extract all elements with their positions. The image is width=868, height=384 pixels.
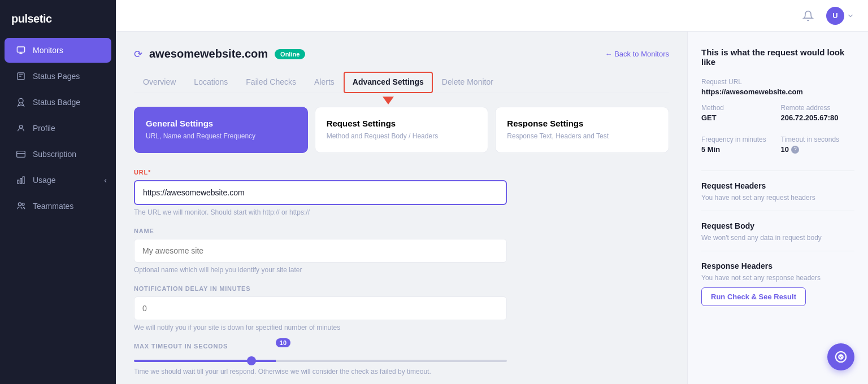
sidebar-label-profile: Profile xyxy=(33,124,55,133)
file-icon xyxy=(16,71,26,81)
settings-card-request[interactable]: Request Settings Method and Request Body… xyxy=(315,107,489,153)
svg-rect-4 xyxy=(17,151,25,158)
svg-point-3 xyxy=(19,125,22,128)
url-field-section: URL* The URL we will monitor. Should sta… xyxy=(134,169,669,216)
delay-hint: We will notify you if your site is down … xyxy=(134,324,669,331)
sidebar-item-profile[interactable]: Profile xyxy=(5,116,111,141)
panel-request-body-section: Request Body We won't send any data in r… xyxy=(701,221,854,242)
panel-request-headers-section: Request Headers You have not set any req… xyxy=(701,181,854,202)
sidebar-label-monitors: Monitors xyxy=(33,46,63,55)
panel-method-field: Method GET xyxy=(701,104,775,122)
panel-remote-label: Remote address xyxy=(781,104,855,112)
panel-request-body-title: Request Body xyxy=(701,221,854,230)
app-logo: pulsetic xyxy=(0,0,116,37)
timeout-hint: Time we should wait till your url respon… xyxy=(134,368,669,376)
timeout-info-icon[interactable]: ? xyxy=(791,146,799,154)
panel-method-label: Method xyxy=(701,104,775,112)
panel-response-headers-sub: You have not set any response headers xyxy=(701,274,854,282)
panel-request-url-value: https://awesomewebsite.com xyxy=(701,88,854,96)
notification-bell-icon[interactable] xyxy=(799,7,817,25)
svg-rect-5 xyxy=(18,180,19,184)
credit-card-icon xyxy=(16,149,26,159)
name-field-section: NAME Optional name which will help you i… xyxy=(134,228,669,274)
svg-rect-7 xyxy=(23,177,24,184)
panel-timeout-label: Timeout in seconds xyxy=(781,136,855,143)
page-title-area: ⟳ awesomewebsite.com Online xyxy=(134,47,305,60)
sidebar-label-status-badge: Status Badge xyxy=(33,98,80,107)
panel-divider-1 xyxy=(701,171,854,171)
sidebar-item-usage[interactable]: Usage ‹ xyxy=(5,168,111,193)
panel-title: This is what the request would look like xyxy=(701,47,854,67)
name-label: NAME xyxy=(134,228,669,234)
topbar-icons: U xyxy=(799,7,854,25)
page: ⟳ awesomewebsite.com Online ← Back to Mo… xyxy=(116,32,687,384)
chevron-down-icon xyxy=(847,12,854,20)
panel-frequency-field: Frequency in minutes 5 Min xyxy=(701,136,775,154)
panel-frequency-value: 5 Min xyxy=(701,145,775,154)
response-settings-title: Response Settings xyxy=(507,119,657,128)
request-settings-title: Request Settings xyxy=(327,119,477,128)
panel-request-url-field: Request URL https://awesomewebsite.com xyxy=(701,78,854,96)
general-settings-sub: URL, Name and Request Frequency xyxy=(146,132,296,141)
panel-response-headers-title: Response Headers xyxy=(701,261,854,270)
panel-meta-grid: Method GET Remote address 206.72.205.67:… xyxy=(701,104,854,162)
request-settings-sub: Method and Request Body / Headers xyxy=(327,132,477,141)
response-settings-sub: Response Text, Headers and Test xyxy=(507,132,657,141)
url-hint: The URL we will monitor. Should start wi… xyxy=(134,208,669,216)
sidebar-label-teammates: Teammates xyxy=(33,202,73,211)
collapse-icon[interactable]: ‹ xyxy=(104,176,107,185)
panel-frequency-label: Frequency in minutes xyxy=(701,136,775,143)
monitor-icon xyxy=(16,45,26,55)
user-icon xyxy=(16,123,26,133)
fab-button[interactable] xyxy=(827,343,854,370)
settings-cards: General Settings URL, Name and Request F… xyxy=(134,107,669,153)
avatar: U xyxy=(826,7,844,25)
right-panel: This is what the request would look like… xyxy=(687,32,868,384)
tab-advanced-settings[interactable]: Advanced Settings xyxy=(344,72,433,93)
tab-alerts[interactable]: Alerts xyxy=(305,72,344,93)
panel-request-body-sub: We won't send any data in request body xyxy=(701,234,854,242)
svg-line-13 xyxy=(841,357,843,359)
tab-arrow-indicator xyxy=(383,97,394,104)
panel-method-value: GET xyxy=(701,114,775,122)
sidebar-item-status-pages[interactable]: Status Pages xyxy=(5,64,111,89)
badge-icon xyxy=(16,97,26,107)
delay-input[interactable] xyxy=(134,296,507,320)
topbar: U xyxy=(116,0,868,32)
page-header: ⟳ awesomewebsite.com Online ← Back to Mo… xyxy=(134,47,669,60)
tabs-bar: Overview Locations Failed Checks Alerts … xyxy=(134,72,669,93)
avatar-button[interactable]: U xyxy=(826,7,854,25)
run-check-button[interactable]: Run Check & See Result xyxy=(701,287,806,306)
status-badge: Online xyxy=(275,49,305,59)
delay-field-section: NOTIFICATION DELAY IN MINUTES We will no… xyxy=(134,285,669,331)
url-input[interactable] xyxy=(134,180,507,205)
panel-remote-field: Remote address 206.72.205.67:80 xyxy=(781,104,855,122)
tab-failed-checks[interactable]: Failed Checks xyxy=(237,72,305,93)
tab-overview[interactable]: Overview xyxy=(134,72,185,93)
timeout-badge: 10 xyxy=(276,338,290,347)
sidebar-item-subscription[interactable]: Subscription xyxy=(5,142,111,167)
panel-request-headers-sub: You have not set any request headers xyxy=(701,194,854,202)
monitor-status-icon: ⟳ xyxy=(134,48,142,60)
back-to-monitors-link[interactable]: ← Back to Monitors xyxy=(605,50,669,58)
timeout-slider[interactable] xyxy=(134,360,507,362)
sidebar-item-status-badge[interactable]: Status Badge xyxy=(5,90,111,115)
tab-delete-monitor[interactable]: Delete Monitor xyxy=(433,72,502,93)
sidebar-nav: Monitors Status Pages Status Badge Profi… xyxy=(0,37,116,384)
sidebar-item-monitors[interactable]: Monitors xyxy=(5,38,111,63)
svg-point-2 xyxy=(19,98,23,103)
timeout-label: MAX TIMEOUT IN SECONDS xyxy=(134,343,669,350)
settings-card-general[interactable]: General Settings URL, Name and Request F… xyxy=(134,107,308,153)
settings-card-response[interactable]: Response Settings Response Text, Headers… xyxy=(495,107,669,153)
panel-request-headers-title: Request Headers xyxy=(701,181,854,190)
svg-point-9 xyxy=(22,203,24,206)
sidebar: pulsetic Monitors Status Pages Status Ba… xyxy=(0,0,116,384)
content-area: ⟳ awesomewebsite.com Online ← Back to Mo… xyxy=(116,32,868,384)
name-input[interactable] xyxy=(134,239,507,263)
tab-locations[interactable]: Locations xyxy=(185,72,237,93)
sidebar-item-teammates[interactable]: Teammates xyxy=(5,194,111,219)
panel-timeout-value-area: 10 ? xyxy=(781,145,855,154)
main-area: U ⟳ awesomewebsite.com Online ← Back to … xyxy=(116,0,868,384)
timeout-slider-container: 10 xyxy=(134,354,507,364)
name-hint: Optional name which will help you identi… xyxy=(134,266,669,274)
